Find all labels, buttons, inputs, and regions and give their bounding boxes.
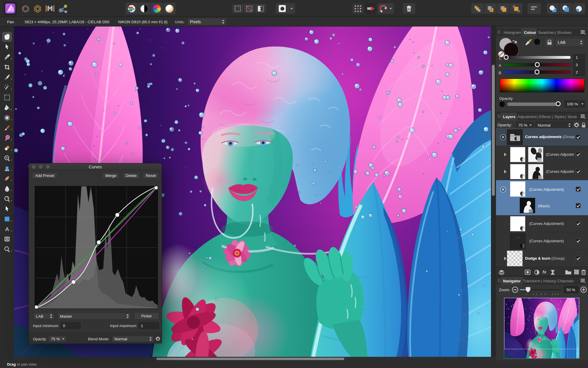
svg-text:A: A (5, 226, 9, 232)
